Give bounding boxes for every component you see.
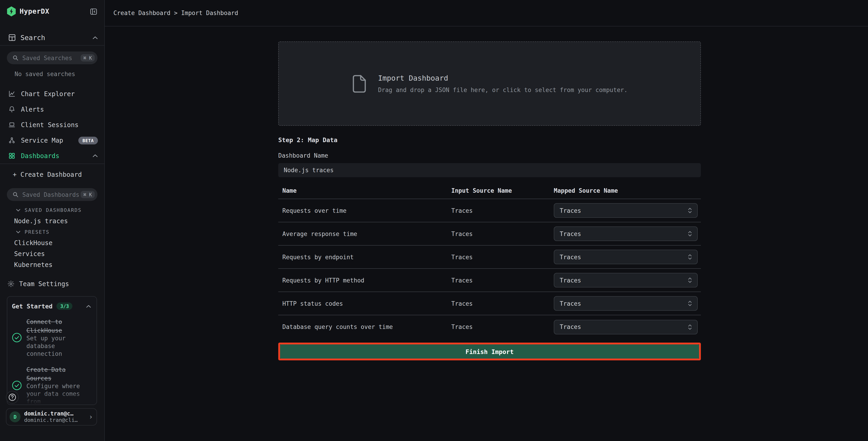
tree-item-services[interactable]: Services <box>0 248 104 259</box>
mapped-source-select[interactable]: Traces <box>554 273 698 288</box>
help-button[interactable] <box>6 391 19 404</box>
task-desc: Set up your database connection <box>26 334 82 358</box>
dashboards-grid-icon <box>8 152 16 159</box>
top-bar: Create Dashboard > Import Dashboard <box>105 0 868 26</box>
search-section-icon <box>8 34 16 41</box>
mapped-source-select[interactable]: Traces <box>554 320 698 334</box>
chevron-up-icon <box>92 154 98 158</box>
sidebar: HyperDX Search Saved Searches ⌘ K No sav… <box>0 0 105 441</box>
table-row: Average response time Traces Traces <box>278 222 701 245</box>
chevron-right-icon: › <box>89 413 93 421</box>
mapped-source-select[interactable]: Traces <box>554 227 698 241</box>
search-section-label: Search <box>21 33 45 42</box>
task-create-data-sources: Create Data Sources Configure where your… <box>12 365 91 405</box>
mapped-source-select[interactable]: Traces <box>554 249 698 264</box>
mapped-source-select[interactable]: Traces <box>554 203 698 218</box>
sidebar-nav: Chart Explorer Alerts Client Sessions Se… <box>0 86 104 164</box>
saved-dashboards-input[interactable]: Saved Dashboards ⌘ K <box>7 188 97 201</box>
search-icon <box>12 192 19 198</box>
user-email: dominic.tran@cli… <box>24 417 87 423</box>
chevron-down-icon <box>16 208 21 212</box>
team-settings-label: Team Settings <box>19 280 69 288</box>
dropzone-subtitle: Drag and drop a JSON file here, or click… <box>378 87 627 93</box>
tree-item-nodejs-traces[interactable]: Node.js traces <box>0 215 104 227</box>
sidebar-item-chart-explorer[interactable]: Chart Explorer <box>0 86 104 101</box>
breadcrumb: Create Dashboard > Import Dashboard <box>114 9 238 17</box>
create-dashboard-button[interactable]: + Create Dashboard <box>0 167 104 182</box>
dashboard-name-label: Dashboard Name <box>278 152 701 159</box>
get-started-progress-badge: 3/3 <box>57 302 73 310</box>
task-title: Connect to ClickHouse <box>26 319 62 334</box>
finish-import-button[interactable]: Finish Import <box>280 345 699 358</box>
json-dropzone[interactable]: Import Dashboard Drag and drop a JSON fi… <box>278 41 701 126</box>
sidebar-item-client-sessions[interactable]: Client Sessions <box>0 117 104 133</box>
sidebar-item-team-settings[interactable]: Team Settings <box>0 276 104 292</box>
app-title: HyperDX <box>20 7 50 16</box>
chart-explorer-icon <box>8 90 16 97</box>
import-dashboard-panel: Import Dashboard Drag and drop a JSON fi… <box>278 41 701 360</box>
tree-item-kubernetes[interactable]: Kubernetes <box>0 259 104 270</box>
saved-dashboards-placeholder: Saved Dashboards <box>22 191 81 198</box>
main-area: Create Dashboard > Import Dashboard Impo… <box>105 0 868 441</box>
task-desc: Configure where your data comes from <box>26 382 82 405</box>
collapse-sidebar-icon[interactable] <box>90 7 97 15</box>
chevron-down-icon <box>16 230 21 234</box>
saved-searches-placeholder: Saved Searches <box>22 54 81 61</box>
dropzone-title: Import Dashboard <box>378 74 627 83</box>
task-title: Create Data Sources <box>26 366 66 382</box>
sidebar-item-alerts[interactable]: Alerts <box>0 101 104 117</box>
bell-icon <box>8 106 16 113</box>
get-started-card: Get Started 3/3 Connect to ClickHouse Se… <box>7 296 97 405</box>
saved-searches-input[interactable]: Saved Searches ⌘ K <box>7 52 97 64</box>
laptop-icon <box>8 121 16 128</box>
beta-badge: BETA <box>78 137 98 144</box>
table-row: Requests by endpoint Traces Traces <box>278 245 701 269</box>
search-section-header[interactable]: Search <box>0 30 104 46</box>
mapping-table: Name Input Source Name Mapped Source Nam… <box>278 183 701 339</box>
chevron-up-down-icon <box>687 300 693 307</box>
column-header-name: Name <box>278 187 451 194</box>
column-header-input-source: Input Source Name <box>451 187 554 194</box>
check-circle-icon <box>12 380 22 390</box>
hyperdx-logo-icon <box>7 6 16 17</box>
table-row: Database query counts over time Traces T… <box>278 315 701 339</box>
tree-group-presets[interactable]: PRESETS <box>0 227 104 237</box>
dashboards-tree: SAVED DASHBOARDS Node.js traces PRESETS … <box>0 205 104 270</box>
chevron-up-down-icon <box>687 230 693 237</box>
tree-item-clickhouse[interactable]: ClickHouse <box>0 237 104 248</box>
table-row: Requests by HTTP method Traces Traces <box>278 269 701 292</box>
logo-row: HyperDX <box>0 0 104 23</box>
question-mark-icon <box>8 393 17 401</box>
mapped-source-select[interactable]: Traces <box>554 296 698 311</box>
get-started-header[interactable]: Get Started 3/3 <box>12 302 91 310</box>
sidebar-item-service-map[interactable]: Service Map BETA <box>0 133 104 148</box>
tree-group-saved-dashboards[interactable]: SAVED DASHBOARDS <box>0 205 104 215</box>
chevron-up-down-icon <box>687 207 693 214</box>
annotation-highlight: Finish Import <box>278 343 701 360</box>
column-header-mapped-source: Mapped Source Name <box>554 187 701 194</box>
search-icon <box>12 55 19 61</box>
step-title: Step 2: Map Data <box>278 136 701 144</box>
avatar: D <box>9 411 21 422</box>
user-name: dominic.tran@c… <box>24 410 87 417</box>
chevron-up-icon <box>86 304 91 308</box>
chevron-up-icon <box>92 36 98 39</box>
table-row: Requests over time Traces Traces <box>278 199 701 222</box>
shortcut-badge: ⌘ K <box>81 191 95 198</box>
service-map-icon <box>8 137 16 144</box>
table-row: HTTP status codes Traces Traces <box>278 292 701 315</box>
chevron-up-down-icon <box>687 323 693 330</box>
dashboard-name-input[interactable] <box>278 163 701 177</box>
check-circle-icon <box>12 332 22 342</box>
sidebar-item-dashboards[interactable]: Dashboards <box>0 148 104 164</box>
chevron-up-down-icon <box>687 253 693 261</box>
file-icon <box>351 74 367 94</box>
task-connect-clickhouse: Connect to ClickHouse Set up your databa… <box>12 317 91 358</box>
get-started-title: Get Started <box>12 302 53 310</box>
app-root: HyperDX Search Saved Searches ⌘ K No sav… <box>0 0 868 441</box>
user-menu[interactable]: D dominic.tran@c… dominic.tran@cli… › <box>6 408 97 425</box>
chevron-up-down-icon <box>687 276 693 284</box>
shortcut-badge: ⌘ K <box>81 54 95 61</box>
gear-icon <box>7 280 14 288</box>
no-saved-searches-text: No saved searches <box>14 70 104 78</box>
